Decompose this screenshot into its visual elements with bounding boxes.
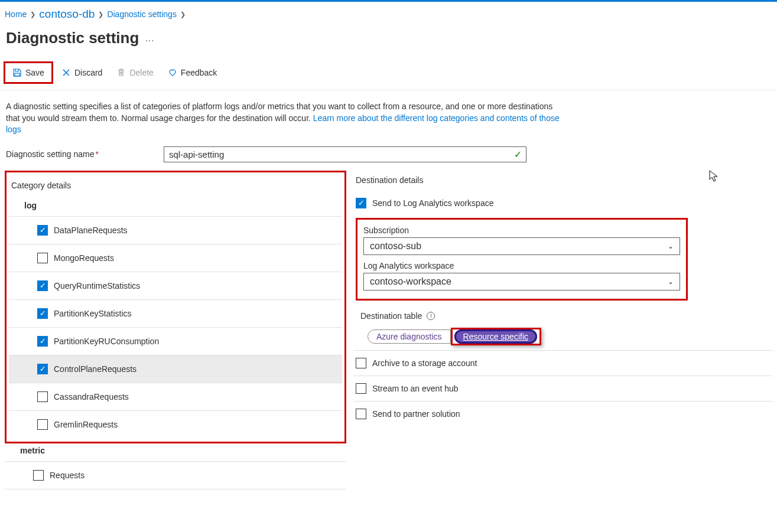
checkbox-send-la[interactable] [356, 198, 366, 208]
subscription-label: Subscription [363, 226, 680, 235]
log-partitionkeystatistics-row[interactable]: PartitionKeyStatistics [9, 300, 342, 328]
feedback-label: Feedback [181, 68, 217, 77]
svg-rect-0 [15, 73, 19, 76]
checkbox-cassandrarequests[interactable] [37, 391, 48, 402]
destination-table-toggle: Azure diagnostics Resource specific [368, 328, 541, 345]
log-label: PartitionKeyStatistics [54, 309, 132, 318]
page-header: Diagnostic setting … [0, 24, 777, 61]
workspace-dropdown[interactable]: contoso-workspace ⌄ [363, 273, 680, 291]
log-queryruntimestatistics-row[interactable]: QueryRuntimeStatistics [9, 272, 342, 300]
breadcrumb-diagnostic-settings[interactable]: Diagnostic settings [107, 9, 177, 19]
checkbox-gremlinrequests[interactable] [37, 419, 48, 430]
setting-name-row: Diagnostic setting name* ✓ [0, 144, 777, 171]
highlight-resource-specific-box: Resource specific [451, 328, 542, 345]
log-partitionkeyruconsumption-row[interactable]: PartitionKeyRUConsumption [9, 328, 342, 355]
log-dataplanerequests-row[interactable]: DataPlaneRequests [9, 217, 342, 244]
delete-label: Delete [129, 68, 153, 77]
log-label: CassandraRequests [54, 392, 129, 402]
checkbox-mongorequests[interactable] [37, 253, 48, 263]
close-icon [61, 68, 71, 77]
category-details-heading: Category details [9, 176, 342, 196]
checkbox-partner[interactable] [356, 409, 366, 419]
checkbox-controlplanerequests[interactable] [37, 364, 48, 374]
save-label: Save [25, 68, 44, 77]
chevron-down-icon: ⌄ [668, 242, 674, 250]
checkbox-requests[interactable] [33, 470, 44, 481]
toggle-azure-diagnostics[interactable]: Azure diagnostics [368, 329, 451, 344]
subscription-value: contoso-sub [370, 241, 421, 252]
metric-requests-row[interactable]: Requests [5, 462, 346, 489]
log-label: MongoRequests [54, 253, 114, 263]
checkbox-partitionkeyruconsumption[interactable] [37, 336, 48, 347]
checkbox-archive[interactable] [356, 358, 366, 368]
log-label: ControlPlaneRequests [54, 364, 136, 374]
chevron-down-icon: ⌄ [668, 278, 674, 286]
highlight-workspace-box: Subscription contoso-sub ⌄ Log Analytics… [356, 218, 688, 301]
trash-icon [116, 68, 126, 77]
checkbox-partitionkeystatistics[interactable] [37, 308, 48, 319]
chevron-right-icon: ❯ [98, 11, 103, 18]
highlight-save-box: Save [4, 61, 53, 84]
info-icon[interactable]: i [427, 312, 435, 320]
partner-solution-row[interactable]: Send to partner solution [353, 402, 772, 426]
metric-label: Requests [50, 471, 84, 480]
checkbox-eventhub[interactable] [356, 383, 366, 394]
feedback-button[interactable]: Feedback [162, 64, 223, 81]
valid-check-icon: ✓ [514, 149, 522, 160]
workspace-label: Log Analytics workspace [363, 261, 680, 270]
log-label: PartitionKeyRUConsumption [54, 337, 159, 346]
discard-label: Discard [74, 68, 102, 77]
chevron-right-icon: ❯ [30, 11, 35, 18]
checkbox-queryruntimestatistics[interactable] [37, 280, 48, 291]
workspace-value: contoso-workspace [370, 276, 451, 287]
discard-button[interactable]: Discard [56, 64, 108, 81]
eventhub-label: Stream to an event hub [372, 384, 459, 393]
send-la-label: Send to Log Analytics workspace [372, 198, 493, 208]
archive-storage-row[interactable]: Archive to a storage account [353, 351, 772, 376]
highlight-category-box: Category details log DataPlaneRequests M… [5, 171, 346, 443]
required-star: * [95, 149, 98, 159]
log-heading: log [9, 196, 342, 217]
stream-eventhub-row[interactable]: Stream to an event hub [353, 376, 772, 402]
more-actions-button[interactable]: … [145, 33, 155, 44]
page-title: Diagnostic setting [6, 29, 139, 47]
breadcrumb-db[interactable]: contoso-db [39, 8, 95, 21]
log-controlplanerequests-row[interactable]: ControlPlaneRequests [9, 355, 342, 383]
breadcrumb-home[interactable]: Home [5, 9, 27, 19]
log-mongorequests-row[interactable]: MongoRequests [9, 244, 342, 272]
checkbox-dataplanerequests[interactable] [37, 225, 48, 236]
subscription-dropdown[interactable]: contoso-sub ⌄ [363, 237, 680, 255]
delete-button: Delete [110, 64, 159, 81]
send-to-log-analytics-row[interactable]: Send to Log Analytics workspace [353, 191, 772, 216]
setting-name-label-text: Diagnostic setting name [6, 149, 94, 159]
setting-name-input[interactable] [164, 146, 526, 162]
log-label: DataPlaneRequests [54, 226, 128, 235]
log-cassandrarequests-row[interactable]: CassandraRequests [9, 383, 342, 411]
log-gremlinrequests-row[interactable]: GremlinRequests [9, 411, 342, 438]
toolbar: Save Discard Delete Feedback [0, 61, 777, 90]
log-label: GremlinRequests [54, 420, 118, 429]
destination-details-heading: Destination details [353, 171, 772, 191]
heart-icon [168, 68, 177, 77]
destination-table-label: Destination table [360, 311, 422, 321]
partner-label: Send to partner solution [372, 409, 460, 419]
toggle-resource-specific[interactable]: Resource specific [454, 329, 538, 344]
setting-name-label: Diagnostic setting name* [6, 149, 99, 159]
metric-heading: metric [5, 443, 346, 462]
description: A diagnostic setting specifies a list of… [0, 90, 567, 144]
save-button[interactable]: Save [6, 64, 50, 81]
breadcrumb: Home ❯ contoso-db ❯ Diagnostic settings … [0, 2, 777, 24]
destination-table-row: Destination table i Azure diagnostics Re… [353, 306, 772, 351]
log-label: QueryRuntimeStatistics [54, 281, 140, 291]
archive-label: Archive to a storage account [372, 358, 477, 368]
chevron-right-icon: ❯ [180, 11, 186, 18]
save-icon [12, 68, 22, 77]
